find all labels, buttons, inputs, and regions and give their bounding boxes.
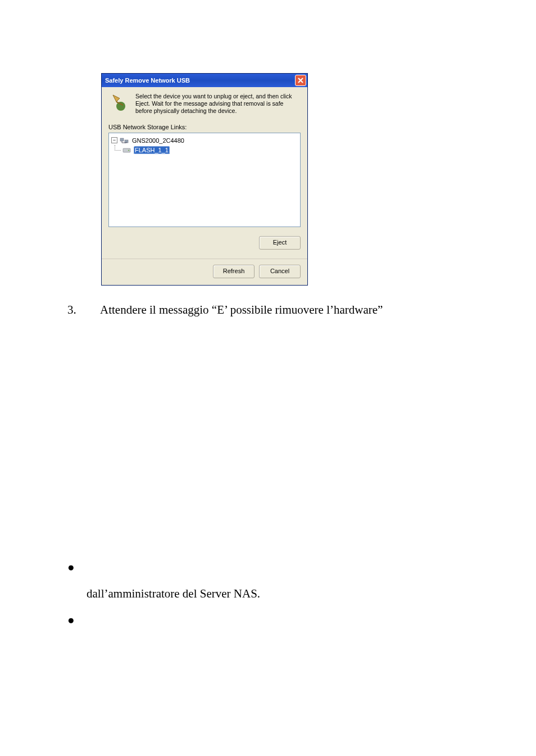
safely-remove-dialog: Safely Remove Network USB Select the dev…: [101, 73, 308, 286]
cancel-button[interactable]: Cancel: [259, 265, 301, 278]
description-text: Select the device you want to unplug or …: [135, 93, 302, 115]
svg-rect-1: [120, 138, 124, 141]
tree-expander-icon[interactable]: −: [111, 137, 117, 143]
svg-rect-3: [123, 148, 130, 152]
tree-parent-row[interactable]: − GNS2000_2C4480: [110, 135, 299, 145]
eject-icon: [110, 93, 128, 111]
links-label: USB Network Storage Links:: [102, 119, 307, 133]
list-number: 3.: [67, 302, 100, 318]
bullet-icon: ●: [67, 560, 87, 575]
close-icon[interactable]: [295, 75, 306, 86]
bullet-1-continuation: dall’amministratore del Server NAS.: [87, 586, 480, 601]
bullet-1-text: [87, 560, 89, 575]
bullet-2-text: [87, 613, 89, 628]
svg-point-0: [116, 102, 125, 111]
bullet-item-1: ●: [67, 560, 480, 575]
titlebar: Safely Remove Network USB: [102, 74, 307, 87]
refresh-button[interactable]: Refresh: [213, 265, 255, 278]
network-device-icon: [120, 137, 129, 144]
step-3-text: Attendere il messaggio “E’ possibile rim…: [100, 302, 383, 318]
tree-child-row[interactable]: FLASH_1_1: [110, 145, 299, 155]
bullet-list: ● dall’amministratore del Server NAS. ●: [67, 560, 480, 628]
device-tree[interactable]: − GNS2000_2C4480 FLASH_1_: [108, 133, 301, 227]
svg-point-4: [128, 150, 129, 151]
step-3-line: 3. Attendere il messaggio “E’ possibile …: [67, 302, 480, 318]
bullet-1-cont-text: dall’amministratore del Server NAS.: [87, 586, 260, 601]
bottom-button-row: Refresh Cancel: [102, 259, 307, 285]
dialog-title: Safely Remove Network USB: [105, 77, 190, 84]
bullet-icon: ●: [67, 613, 87, 628]
drive-icon: [122, 146, 131, 154]
tree-child-label: FLASH_1_1: [134, 146, 170, 154]
bullet-item-2: ●: [67, 613, 480, 628]
description-row: Select the device you want to unplug or …: [102, 87, 307, 119]
tree-parent-label: GNS2000_2C4480: [131, 137, 185, 144]
eject-row: Eject: [102, 233, 307, 256]
eject-button[interactable]: Eject: [259, 236, 301, 250]
